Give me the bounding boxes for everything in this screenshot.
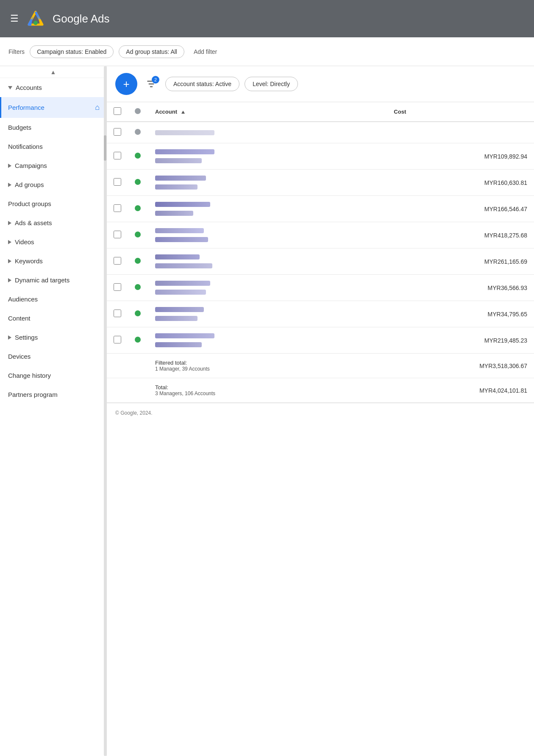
sidebar-item-dynamic-ad-targets[interactable]: Dynamic ad targets [0, 271, 106, 290]
accounts-table: Account Cost [107, 102, 534, 403]
filter-columns-button[interactable]: 2 [142, 75, 160, 93]
sidebar-item-ad-groups[interactable]: Ad groups [0, 175, 106, 194]
sidebar-item-content[interactable]: Content [0, 309, 106, 328]
sidebar-item-ads-assets[interactable]: Ads & assets [0, 213, 106, 232]
sidebar-item-label: Keywords [15, 257, 100, 265]
account-name-blurred [155, 333, 380, 347]
add-button[interactable]: + [115, 73, 137, 95]
footer: © Google, 2024. [107, 403, 534, 423]
sidebar-item-label: Product groups [8, 200, 100, 207]
sidebar-item-partners-program[interactable]: Partners program [0, 385, 106, 404]
sidebar-item-accounts[interactable]: Accounts [0, 78, 106, 97]
cost-value: MYR34,795.65 [387, 301, 534, 327]
svg-marker-3 [29, 16, 33, 25]
sidebar-item-audiences[interactable]: Audiences [0, 290, 106, 309]
add-filter-button[interactable]: Add filter [189, 46, 221, 58]
campaign-status-filter[interactable]: Campaign status: Enabled [30, 45, 114, 58]
row-checkbox[interactable] [114, 283, 121, 291]
cost-value: MYR418,275.68 [387, 222, 534, 248]
row-checkbox[interactable] [114, 128, 121, 136]
sidebar-scrollbar-thumb[interactable] [104, 135, 106, 161]
total-row: Total: 3 Managers, 106 Accounts MYR4,024… [107, 378, 534, 403]
plus-icon: + [123, 78, 129, 89]
content-area: + 2 Account status: Active Level: Direct… [107, 66, 534, 756]
sidebar-scroll-up[interactable]: ▲ [0, 66, 106, 78]
chevron-right-icon [8, 183, 11, 187]
content-toolbar: + 2 Account status: Active Level: Direct… [107, 66, 534, 102]
filtered-total-label: Filtered total: [155, 360, 380, 366]
sidebar-item-settings[interactable]: Settings [0, 328, 106, 347]
menu-icon[interactable]: ☰ [10, 13, 19, 24]
sidebar-item-notifications[interactable]: Notifications [0, 137, 106, 156]
filtered-total-sub: 1 Manager, 39 Accounts [155, 366, 380, 372]
select-all-header[interactable] [107, 102, 128, 122]
status-dot [135, 284, 141, 290]
sidebar-item-videos[interactable]: Videos [0, 232, 106, 251]
chevron-right-icon [8, 221, 11, 225]
account-name-blurred [155, 228, 380, 242]
sidebar-item-label: Settings [15, 334, 100, 341]
status-dot [135, 129, 141, 135]
table-row: MYR34,795.65 [107, 301, 534, 327]
google-ads-logo [27, 10, 44, 27]
total-label: Total: [155, 384, 380, 391]
cost-value [387, 122, 534, 143]
filter-badge: 2 [152, 76, 159, 84]
row-checkbox[interactable] [114, 336, 121, 343]
level-chip[interactable]: Level: Directly [245, 77, 298, 91]
sidebar: ▲ Accounts Performance ⌂ Budgets Notific… [0, 66, 107, 756]
sidebar-scrollbar [104, 66, 106, 756]
chevron-right-icon [8, 259, 11, 263]
filterbar: Filters Campaign status: Enabled Ad grou… [0, 37, 534, 66]
status-dot [135, 310, 141, 316]
sidebar-item-performance[interactable]: Performance ⌂ [0, 97, 106, 118]
sidebar-item-label: Accounts [16, 84, 100, 91]
ad-group-status-filter[interactable]: Ad group status: All [119, 45, 184, 58]
filters-label: Filters [8, 48, 25, 55]
topbar: ☰ Google Ads [0, 0, 534, 37]
status-dot [135, 232, 141, 237]
cost-header[interactable]: Cost [387, 102, 534, 122]
status-dot [135, 337, 141, 343]
sidebar-item-label: Change history [8, 372, 100, 379]
account-name-blurred [155, 281, 380, 295]
chevron-right-icon [8, 278, 11, 282]
sidebar-item-keywords[interactable]: Keywords [0, 251, 106, 271]
account-status-chip[interactable]: Account status: Active [165, 77, 239, 91]
sidebar-item-label: Ads & assets [15, 219, 100, 226]
filtered-total-cost: MYR3,518,306.67 [387, 354, 534, 378]
table-row: MYR160,630.81 [107, 170, 534, 196]
account-header[interactable]: Account [148, 102, 387, 122]
svg-marker-4 [38, 16, 42, 25]
table-row: MYR36,566.93 [107, 275, 534, 301]
row-checkbox[interactable] [114, 257, 121, 265]
home-icon: ⌂ [95, 103, 100, 112]
status-dot [135, 153, 141, 159]
select-all-checkbox[interactable] [114, 107, 121, 115]
table-row: MYR418,275.68 [107, 222, 534, 248]
status-header [128, 102, 148, 122]
row-checkbox[interactable] [114, 231, 121, 238]
sidebar-item-product-groups[interactable]: Product groups [0, 194, 106, 213]
filtered-total-row: Filtered total: 1 Manager, 39 Accounts M… [107, 354, 534, 378]
row-checkbox[interactable] [114, 310, 121, 317]
sidebar-item-label: Notifications [8, 143, 100, 150]
sidebar-item-label: Performance [8, 104, 95, 111]
total-cost: MYR4,024,101.81 [387, 378, 534, 403]
sidebar-item-devices[interactable]: Devices [0, 347, 106, 366]
sidebar-item-campaigns[interactable]: Campaigns [0, 156, 106, 175]
sidebar-item-label: Dynamic ad targets [15, 276, 100, 284]
sidebar-item-budgets[interactable]: Budgets [0, 118, 106, 137]
total-sub: 3 Managers, 106 Accounts [155, 391, 380, 396]
chevron-right-icon [8, 164, 11, 168]
cost-value: MYR166,546.47 [387, 196, 534, 222]
app-title: Google Ads [53, 12, 109, 25]
sidebar-item-label: Audiences [8, 296, 100, 303]
status-dot [135, 179, 141, 185]
row-checkbox[interactable] [114, 152, 121, 159]
sidebar-item-change-history[interactable]: Change history [0, 366, 106, 385]
chevron-down-icon [8, 86, 12, 89]
row-checkbox[interactable] [114, 204, 121, 212]
account-name-blurred [155, 307, 380, 321]
row-checkbox[interactable] [114, 178, 121, 186]
